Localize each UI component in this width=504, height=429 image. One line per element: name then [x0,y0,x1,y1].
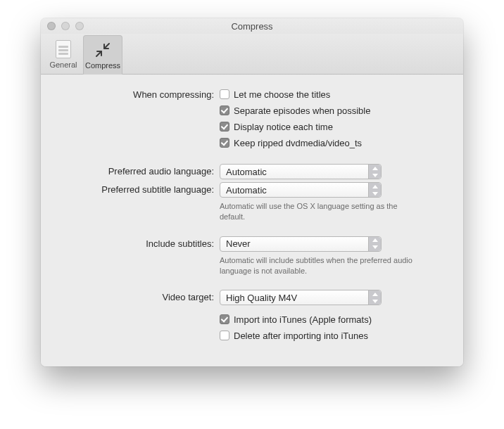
checkbox-display-notice[interactable] [220,122,229,132]
svg-marker-0 [372,167,378,170]
svg-marker-5 [372,245,378,249]
svg-marker-6 [372,293,378,296]
audio-language-label: Preferred audio language: [56,164,220,177]
tab-compress[interactable]: Compress [83,35,122,75]
tab-compress-label: Compress [85,61,120,70]
when-compressing-label: When compressing: [56,87,220,100]
window-title: Compress [41,21,463,32]
svg-marker-4 [372,238,378,242]
checkbox-display-notice-label: Display notice each time [234,122,333,132]
checkbox-choose-titles[interactable] [220,89,229,99]
svg-marker-2 [372,185,378,188]
subtitle-language-select[interactable]: Automatic [220,182,382,198]
video-target-select[interactable]: High Quality M4V [220,290,382,305]
svg-marker-1 [372,174,378,177]
checkbox-import-itunes-label: Import into iTunes (Apple formats) [234,314,372,325]
zoom-button[interactable] [75,22,84,30]
checkbox-choose-titles-label: Let me choose the titles [234,89,330,100]
checkbox-keep-ripped[interactable] [220,138,229,148]
preferences-window: Compress General Compress [41,18,463,366]
video-target-value: High Quality M4V [226,293,297,303]
svg-marker-7 [372,300,378,303]
svg-marker-3 [372,192,378,196]
form-body: When compressing: Let me choose the titl… [41,75,463,366]
minimize-button[interactable] [61,22,70,30]
include-subtitles-select[interactable]: Never [220,236,382,252]
checkbox-delete-after-import[interactable] [220,331,229,340]
include-subtitles-label: Include subtitles: [56,236,220,249]
subtitle-language-value: Automatic [226,185,267,196]
audio-language-value: Automatic [226,167,267,177]
checkbox-delete-after-import-label: Delete after importing into iTunes [234,331,368,341]
compress-icon [93,40,113,60]
titlebar: Compress [41,18,463,34]
subtitle-language-label: Preferred subtitle language: [56,182,220,195]
checkbox-import-itunes[interactable] [220,314,229,324]
checkbox-keep-ripped-label: Keep ripped dvdmedia/video_ts [234,138,362,148]
tab-general[interactable]: General [44,34,83,74]
checkbox-separate-episodes[interactable] [220,105,229,115]
include-subtitles-value: Never [226,238,251,249]
close-button[interactable] [47,22,56,30]
traffic-lights [47,22,84,30]
audio-language-select[interactable]: Automatic [220,164,382,179]
subtitle-language-hint: Automatic will use the OS X language set… [220,201,417,222]
toolbar: General Compress [41,34,463,75]
include-subtitles-hint: Automatic will include subtitles when th… [220,255,417,276]
tab-general-label: General [49,60,77,69]
general-icon [53,39,73,59]
select-stepper-icon [368,290,381,305]
select-stepper-icon [368,183,381,197]
video-target-label: Video target: [56,290,220,302]
select-stepper-icon [368,165,381,179]
checkbox-separate-episodes-label: Separate episodes when possible [234,105,370,116]
select-stepper-icon [368,237,381,251]
